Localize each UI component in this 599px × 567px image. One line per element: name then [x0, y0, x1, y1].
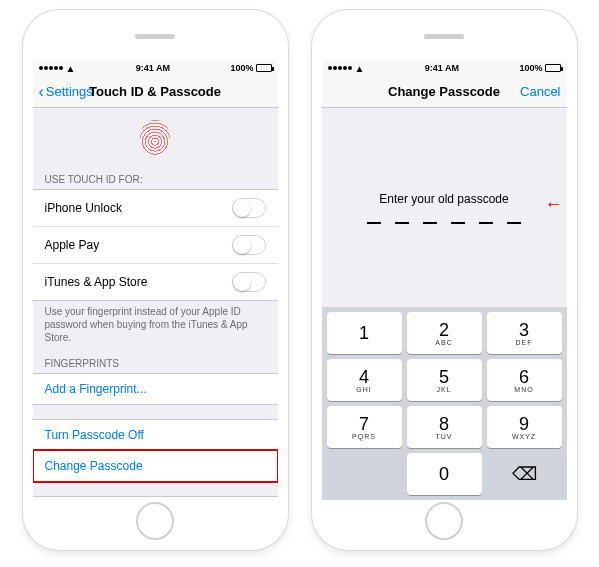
battery-indicator: 100%: [230, 63, 271, 73]
require-passcode-group: Require Passcode Immediately ›: [33, 496, 278, 500]
passcode-actions-group: Turn Passcode Off Change Passcode: [33, 419, 278, 482]
key-5[interactable]: 5JKL: [407, 359, 482, 401]
toggle-apple-pay[interactable]: [232, 235, 266, 255]
spacer: [33, 482, 278, 496]
phone-right: ▲ 9:41 AM 100% Change Passcode Cancel En…: [312, 10, 577, 550]
screen-change-passcode: ▲ 9:41 AM 100% Change Passcode Cancel En…: [322, 60, 567, 500]
key-1[interactable]: 1: [327, 312, 402, 354]
backspace-icon: ⌫: [512, 463, 537, 485]
key-3[interactable]: 3DEF: [487, 312, 562, 354]
turn-passcode-off-row[interactable]: Turn Passcode Off: [33, 419, 278, 450]
row-label: iTunes & App Store: [45, 275, 232, 289]
toggle-itunes-appstore[interactable]: [232, 272, 266, 292]
fingerprint-hero: [33, 108, 278, 168]
status-bar: ▲ 9:41 AM 100%: [322, 60, 567, 76]
clock: 9:41 AM: [136, 63, 170, 73]
key-8[interactable]: 8TUV: [407, 406, 482, 448]
chevron-left-icon: ‹: [39, 83, 44, 101]
add-fingerprint-row[interactable]: Add a Fingerprint...: [33, 373, 278, 405]
key-delete[interactable]: ⌫: [487, 453, 562, 495]
row-label: Add a Fingerprint...: [45, 382, 266, 396]
battery-indicator: 100%: [519, 63, 560, 73]
numeric-keypad: 1 2ABC 3DEF 4GHI 5JKL 6MNO 7PQRS 8TUV 9W…: [322, 307, 567, 500]
section-footer-use: Use your fingerprint instead of your App…: [33, 301, 278, 352]
fingerprints-group: Add a Fingerprint...: [33, 373, 278, 405]
screen-touchid: ▲ 9:41 AM 100% ‹ Settings Touch ID & Pas…: [33, 60, 278, 500]
key-0[interactable]: 0: [407, 453, 482, 495]
section-header-use: USE TOUCH ID FOR:: [33, 168, 278, 189]
toggle-iphone-unlock[interactable]: [232, 198, 266, 218]
row-itunes-appstore: iTunes & App Store: [33, 263, 278, 301]
touchid-toggles-group: iPhone Unlock Apple Pay iTunes & App Sto…: [33, 189, 278, 301]
key-6[interactable]: 6MNO: [487, 359, 562, 401]
row-label: Change Passcode: [45, 459, 266, 473]
spacer: [33, 405, 278, 419]
cancel-button[interactable]: Cancel: [520, 84, 560, 99]
back-label: Settings: [46, 84, 93, 99]
signal-dots-icon: [39, 66, 63, 70]
key-4[interactable]: 4GHI: [327, 359, 402, 401]
wifi-icon: ▲: [355, 63, 365, 74]
wifi-icon: ▲: [66, 63, 76, 74]
status-bar: ▲ 9:41 AM 100%: [33, 60, 278, 76]
passcode-prompt-area: Enter your old passcode ←: [322, 108, 567, 308]
phone-left: ▲ 9:41 AM 100% ‹ Settings Touch ID & Pas…: [23, 10, 288, 550]
key-9[interactable]: 9WXYZ: [487, 406, 562, 448]
signal-dots-icon: [328, 66, 352, 70]
key-blank: [327, 453, 402, 495]
passcode-prompt: Enter your old passcode: [379, 192, 508, 206]
clock: 9:41 AM: [425, 63, 459, 73]
fingerprint-icon: [140, 120, 170, 156]
key-7[interactable]: 7PQRS: [327, 406, 402, 448]
row-iphone-unlock: iPhone Unlock: [33, 189, 278, 226]
row-label: Apple Pay: [45, 238, 232, 252]
row-label: iPhone Unlock: [45, 201, 232, 215]
back-button[interactable]: ‹ Settings: [39, 83, 93, 101]
annotation-arrow-icon: ←: [545, 194, 563, 215]
row-apple-pay: Apple Pay: [33, 226, 278, 263]
passcode-dashes: [367, 222, 521, 224]
nav-bar: Change Passcode Cancel: [322, 76, 567, 108]
row-label: Turn Passcode Off: [45, 428, 266, 442]
require-passcode-row[interactable]: Require Passcode Immediately ›: [33, 496, 278, 500]
nav-bar: ‹ Settings Touch ID & Passcode: [33, 76, 278, 108]
section-header-fingerprints: FINGERPRINTS: [33, 352, 278, 373]
key-2[interactable]: 2ABC: [407, 312, 482, 354]
change-passcode-row[interactable]: Change Passcode: [33, 450, 278, 482]
